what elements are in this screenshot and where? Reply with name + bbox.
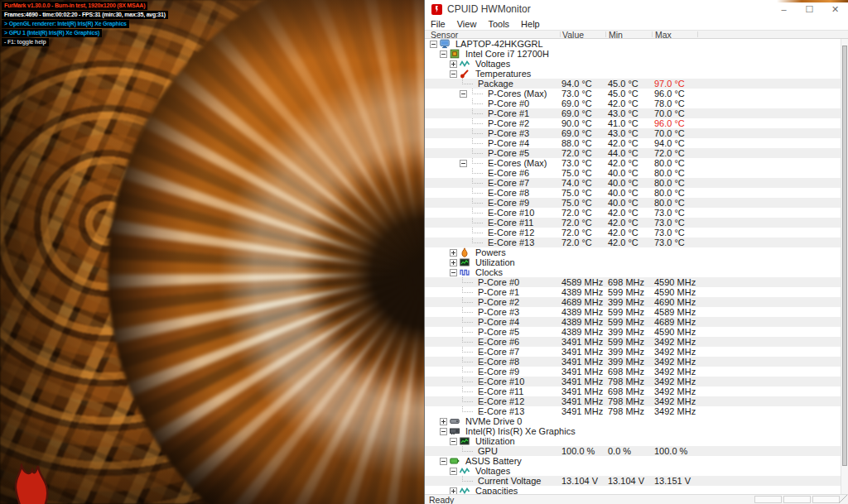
sensor-value: 69.0 °C (561, 98, 592, 108)
menu-tools[interactable]: Tools (482, 18, 515, 30)
sensor-row[interactable]: E-Core #1272.0 °C42.0 °C73.0 °C (425, 228, 841, 238)
column-header-sensor[interactable]: Sensor (431, 31, 458, 38)
sensor-row[interactable]: Voltages (425, 466, 841, 476)
sensor-row[interactable]: E-Core #1372.0 °C42.0 °C73.0 °C (425, 238, 841, 247)
expand-toggle-icon[interactable] (450, 249, 457, 257)
sensor-min: 798 MHz (608, 406, 644, 416)
maximize-button[interactable]: ☐ (797, 0, 822, 18)
sensor-row[interactable]: Powers (425, 247, 841, 257)
sensor-max: 78.0 °C (654, 98, 685, 108)
sensor-max: 80.0 °C (654, 168, 685, 178)
expand-toggle-icon[interactable] (450, 259, 457, 266)
sensor-row[interactable]: Package94.0 °C45.0 °C97.0 °C (425, 79, 841, 89)
sensor-row[interactable]: Capacities (425, 486, 841, 494)
close-button[interactable]: ✕ (822, 0, 848, 18)
sensor-row[interactable]: P-Core #488.0 °C42.0 °C94.0 °C (425, 138, 841, 148)
expand-toggle-icon[interactable] (450, 487, 457, 495)
sensor-row[interactable]: E-Core #975.0 °C40.0 °C80.0 °C (425, 198, 841, 208)
collapse-toggle-icon[interactable] (450, 438, 457, 445)
sensor-row[interactable]: E-Core #123491 MHz798 MHz3492 MHz (425, 396, 841, 406)
sensor-row[interactable]: Intel Core i7 12700H (425, 49, 841, 59)
sensor-row[interactable]: E-Core #133491 MHz798 MHz3492 MHz (425, 406, 841, 416)
column-separator[interactable] (697, 31, 698, 37)
sensor-row[interactable]: E-Core #675.0 °C40.0 °C80.0 °C (425, 168, 841, 178)
tree-connector (470, 238, 488, 247)
sensor-row[interactable]: P-Core #44389 MHz599 MHz4689 MHz (425, 317, 841, 327)
sensor-row[interactable]: E-Core #73491 MHz399 MHz3492 MHz (425, 347, 841, 357)
sensor-row[interactable]: Utilization (425, 257, 841, 267)
expand-toggle-icon[interactable] (450, 60, 457, 68)
sensor-row[interactable]: NVMe Drive 0 (425, 416, 841, 426)
collapse-toggle-icon[interactable] (450, 70, 457, 78)
sensor-row[interactable]: E-Core #83491 MHz399 MHz3492 MHz (425, 357, 841, 367)
menu-view[interactable]: View (451, 18, 483, 30)
sensor-row[interactable]: P-Core #24689 MHz399 MHz4690 MHz (425, 297, 841, 307)
tree-connector (470, 228, 488, 238)
sensor-row[interactable]: E-Core #113491 MHz698 MHz3492 MHz (425, 386, 841, 396)
column-separator[interactable] (605, 31, 606, 37)
collapse-toggle-icon[interactable] (440, 50, 447, 58)
sensor-row[interactable]: E-Core #93491 MHz698 MHz3492 MHz (425, 367, 841, 377)
furmark-hud-line-4: > GPU 1 (Intel(R) Iris(R) Xe Graphics) (2, 29, 102, 37)
status-text: Ready (425, 495, 454, 504)
sensor-row[interactable]: E-Core #63491 MHz599 MHz3492 MHz (425, 337, 841, 347)
resize-grip-icon[interactable] (839, 495, 847, 503)
collapse-toggle-icon[interactable] (460, 90, 467, 98)
sensor-row[interactable]: P-Core #34389 MHz599 MHz4589 MHz (425, 307, 841, 317)
sensor-label: P-Core #1 (478, 287, 519, 297)
column-header-min[interactable]: Min (609, 31, 623, 38)
sensor-row[interactable]: Utilization (425, 436, 841, 446)
sensor-row[interactable]: P-Core #14389 MHz599 MHz4590 MHz (425, 287, 841, 297)
sensor-value: 4389 MHz (561, 317, 603, 327)
sensor-row[interactable]: P-Core #54389 MHz399 MHz4590 MHz (425, 327, 841, 337)
power-icon (460, 247, 470, 257)
sensor-row[interactable]: GPU100.0 %0.0 %100.0 % (425, 446, 841, 456)
collapse-toggle-icon[interactable] (430, 41, 437, 48)
sensor-row[interactable]: P-Cores (Max)73.0 °C45.0 °C96.0 °C (425, 89, 841, 98)
sensor-row[interactable]: P-Core #369.0 °C43.0 °C70.0 °C (425, 128, 841, 138)
tree-connector (470, 188, 488, 198)
collapse-toggle-icon[interactable] (450, 269, 457, 276)
sensor-row[interactable]: Intel(R) Iris(R) Xe Graphics (425, 426, 841, 436)
menu-file[interactable]: File (425, 18, 451, 30)
sensor-row[interactable]: Voltages (425, 59, 841, 69)
column-separator[interactable] (560, 31, 561, 37)
tree-connector (460, 377, 478, 386)
sensor-row[interactable]: E-Core #1072.0 °C42.0 °C73.0 °C (425, 208, 841, 218)
sensor-row[interactable]: P-Core #069.0 °C42.0 °C78.0 °C (425, 98, 841, 108)
sensor-min: 42.0 °C (608, 218, 638, 228)
sensor-value: 3491 MHz (561, 386, 603, 396)
sensor-min: 599 MHz (608, 287, 644, 297)
minimize-button[interactable]: – (771, 0, 797, 18)
sensor-row[interactable]: E-Core #875.0 °C40.0 °C80.0 °C (425, 188, 841, 198)
sensor-row[interactable]: ASUS Battery (425, 456, 841, 466)
sensor-row[interactable]: P-Core #572.0 °C44.0 °C72.0 °C (425, 148, 841, 158)
column-header-value[interactable]: Value (562, 31, 584, 38)
menu-help[interactable]: Help (515, 18, 546, 30)
sensor-label: E-Core #7 (488, 178, 529, 188)
sensor-row[interactable]: E-Cores (Max)73.0 °C42.0 °C80.0 °C (425, 158, 841, 168)
sensor-row[interactable]: LAPTOP-42HKGGRL (425, 39, 841, 49)
scrollbar-thumb[interactable] (842, 46, 847, 466)
sensor-value: 3491 MHz (561, 367, 603, 377)
sensor-row[interactable]: Current Voltage13.104 V13.104 V13.151 V (425, 476, 841, 486)
expand-toggle-icon[interactable] (440, 418, 447, 425)
sensor-row[interactable]: E-Core #774.0 °C40.0 °C80.0 °C (425, 178, 841, 188)
column-header-max[interactable]: Max (655, 31, 672, 38)
collapse-toggle-icon[interactable] (460, 160, 467, 167)
column-separator[interactable] (652, 31, 653, 37)
vertical-scrollbar[interactable] (841, 39, 848, 494)
sensor-min: 698 MHz (608, 386, 644, 396)
sensor-row[interactable]: E-Core #103491 MHz798 MHz3492 MHz (425, 377, 841, 386)
sensor-row[interactable]: P-Core #04589 MHz698 MHz4590 MHz (425, 277, 841, 287)
sensor-value: 4389 MHz (561, 287, 603, 297)
sensor-row[interactable]: P-Core #169.0 °C43.0 °C70.0 °C (425, 108, 841, 118)
sensor-row[interactable]: P-Core #290.0 °C41.0 °C96.0 °C (425, 118, 841, 128)
sensor-max: 70.0 °C (654, 108, 685, 118)
sensor-row[interactable]: Temperatures (425, 69, 841, 79)
collapse-toggle-icon[interactable] (440, 428, 447, 435)
sensor-row[interactable]: Clocks (425, 267, 841, 277)
collapse-toggle-icon[interactable] (440, 458, 447, 465)
sensor-row[interactable]: E-Core #1172.0 °C42.0 °C73.0 °C (425, 218, 841, 228)
collapse-toggle-icon[interactable] (450, 468, 457, 475)
